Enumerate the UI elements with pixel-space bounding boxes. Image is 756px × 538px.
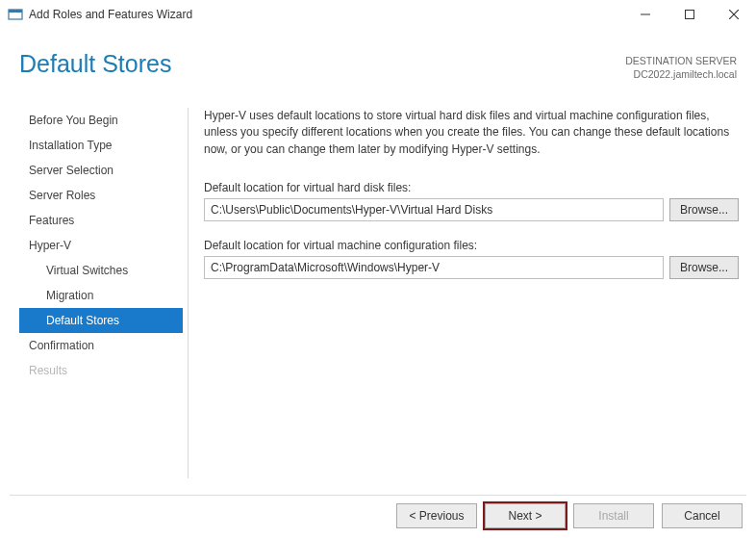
- vhd-location-input[interactable]: [204, 198, 664, 221]
- sidebar-item-features[interactable]: Features: [19, 208, 183, 233]
- next-button[interactable]: Next >: [485, 503, 566, 528]
- destination-label: DESTINATION SERVER: [625, 54, 737, 67]
- main-panel: Hyper-V uses default locations to store …: [204, 108, 739, 296]
- sidebar-item-virtual-switches[interactable]: Virtual Switches: [19, 258, 183, 283]
- sidebar-item-migration[interactable]: Migration: [19, 283, 183, 308]
- destination-info: DESTINATION SERVER DC2022.jamiltech.loca…: [625, 54, 737, 81]
- window-controls: [623, 0, 756, 29]
- vhd-browse-button[interactable]: Browse...: [669, 198, 739, 221]
- destination-server: DC2022.jamiltech.local: [625, 67, 737, 81]
- page-title: Default Stores: [19, 50, 171, 78]
- wizard-footer: < Previous Next > Install Cancel: [396, 503, 743, 528]
- sidebar-item-confirmation[interactable]: Confirmation: [19, 333, 183, 358]
- vertical-divider: [188, 108, 189, 478]
- sidebar-item-server-roles[interactable]: Server Roles: [19, 183, 183, 208]
- svg-rect-3: [686, 11, 694, 19]
- maximize-button[interactable]: [668, 0, 712, 29]
- install-button: Install: [573, 503, 654, 528]
- vm-browse-button[interactable]: Browse...: [669, 256, 739, 279]
- intro-text: Hyper-V uses default locations to store …: [204, 108, 739, 158]
- cancel-button[interactable]: Cancel: [662, 503, 743, 528]
- sidebar-item-results: Results: [19, 358, 183, 383]
- vm-location-label: Default location for virtual machine con…: [204, 239, 739, 252]
- vhd-location-label: Default location for virtual hard disk f…: [204, 181, 739, 194]
- sidebar-item-server-selection[interactable]: Server Selection: [19, 158, 183, 183]
- vm-location-input[interactable]: [204, 256, 664, 279]
- footer-separator: [10, 495, 746, 496]
- sidebar-item-default-stores[interactable]: Default Stores: [19, 308, 183, 333]
- minimize-button[interactable]: [623, 0, 668, 29]
- close-button[interactable]: [712, 0, 756, 29]
- previous-button[interactable]: < Previous: [396, 503, 477, 528]
- svg-rect-1: [9, 10, 22, 13]
- title-bar: Add Roles and Features Wizard: [0, 0, 756, 29]
- sidebar-item-before-you-begin[interactable]: Before You Begin: [19, 108, 183, 133]
- window-title: Add Roles and Features Wizard: [29, 8, 623, 21]
- wizard-sidebar: Before You Begin Installation Type Serve…: [19, 108, 183, 383]
- app-icon: [8, 7, 23, 22]
- sidebar-item-installation-type[interactable]: Installation Type: [19, 133, 183, 158]
- sidebar-item-hyper-v[interactable]: Hyper-V: [19, 233, 183, 258]
